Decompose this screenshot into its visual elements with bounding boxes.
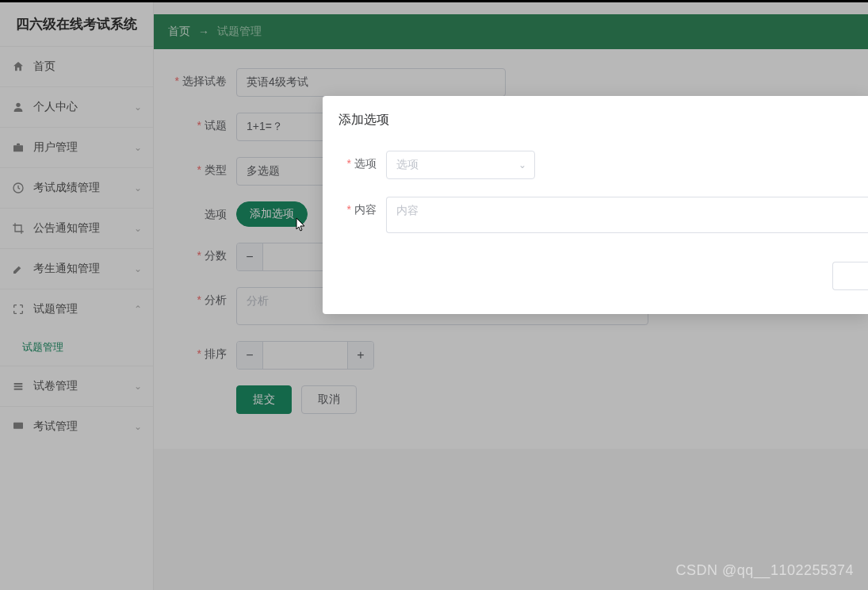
dialog-option-label: *选项 — [338, 151, 386, 171]
dialog-option-select[interactable]: 选项 ⌄ — [386, 151, 535, 179]
dialog-action-button[interactable] — [832, 262, 868, 290]
dialog-content-textarea[interactable]: 内容 — [386, 197, 868, 233]
dialog-content-label: *内容 — [338, 197, 386, 217]
dialog-title: 添加选项 — [338, 112, 868, 128]
add-option-dialog: 添加选项 *选项 选项 ⌄ *内容 内容 — [323, 96, 868, 314]
chevron-down-icon: ⌄ — [518, 159, 526, 170]
